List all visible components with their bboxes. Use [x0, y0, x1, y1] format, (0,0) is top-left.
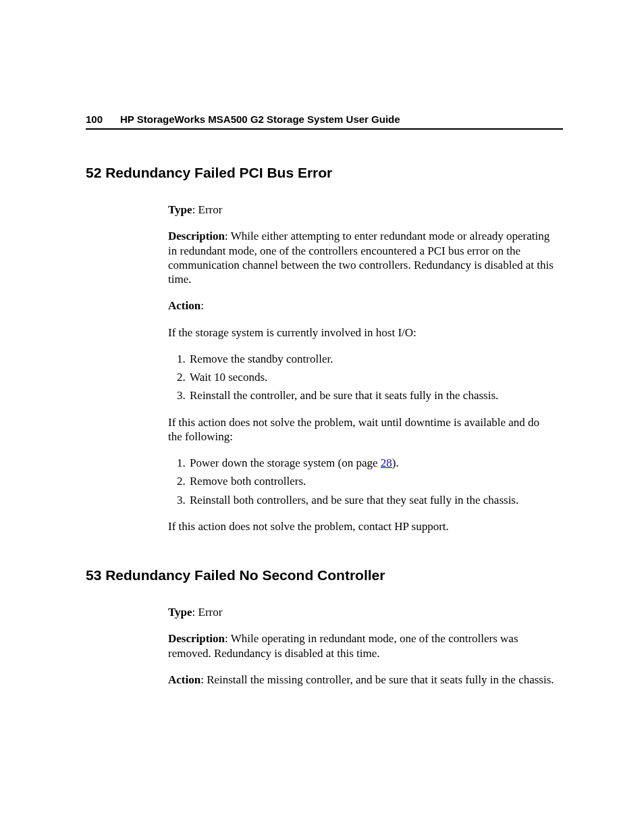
section-52-content: Type: Error Description: While either at… [168, 203, 556, 533]
section-heading-52: 52 Redundancy Failed PCI Bus Error [86, 165, 563, 181]
list-item: Power down the storage system (on page 2… [188, 456, 556, 470]
action-list-2: Power down the storage system (on page 2… [168, 456, 556, 507]
mid-paragraph: If this action does not solve the proble… [168, 415, 556, 444]
action-label: Action [168, 299, 200, 312]
action-intro: If the storage system is currently invol… [168, 325, 556, 340]
page-link-28[interactable]: 28 [381, 457, 392, 469]
type-value: : Error [192, 203, 223, 216]
action-list-1: Remove the standby controller. Wait 10 s… [168, 352, 556, 403]
type-label: Type [168, 203, 192, 216]
action-value: : Reinstall the missing controller, and … [200, 673, 554, 686]
section-heading-53: 53 Redundancy Failed No Second Controlle… [86, 567, 563, 583]
list-item: Reinstall both controllers, and be sure … [188, 493, 556, 507]
description-label: Description [168, 632, 225, 645]
doc-title: HP StorageWorks MSA500 G2 Storage System… [120, 113, 400, 125]
list-item: Remove both controllers. [188, 474, 556, 488]
list-item: Remove the standby controller. [188, 352, 556, 366]
type-value: : Error [192, 606, 223, 619]
page-number: 100 [86, 113, 103, 125]
description-value: : While either attempting to enter redun… [168, 230, 554, 286]
description-line: Description: While operating in redundan… [168, 631, 556, 660]
action-line: Action: Reinstall the missing controller… [168, 673, 556, 687]
description-label: Description [168, 230, 225, 242]
description-line: Description: While either attempting to … [168, 229, 556, 286]
page-header: 100 HP StorageWorks MSA500 G2 Storage Sy… [86, 113, 563, 130]
type-line: Type: Error [168, 203, 556, 217]
closing-paragraph: If this action does not solve the proble… [168, 519, 556, 533]
action-label: Action [168, 673, 200, 686]
section-53-content: Type: Error Description: While operating… [168, 605, 556, 687]
list-item: Wait 10 seconds. [188, 370, 556, 384]
action-line: Action: [168, 298, 556, 313]
list-text-post: ). [392, 457, 399, 469]
type-line: Type: Error [168, 605, 556, 619]
list-item: Reinstall the controller, and be sure th… [188, 388, 556, 402]
type-label: Type [168, 606, 192, 619]
action-colon: : [200, 299, 204, 312]
list-text-pre: Power down the storage system (on page [190, 457, 381, 469]
